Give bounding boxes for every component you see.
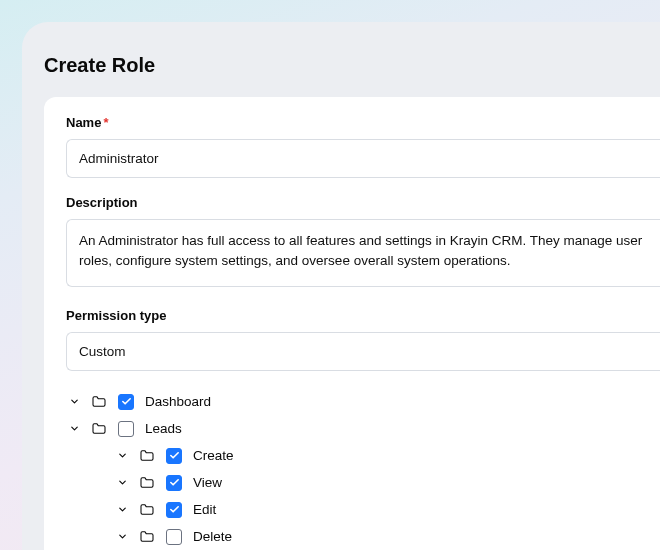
permission-checkbox[interactable] [166, 448, 182, 464]
chevron-down-icon[interactable] [116, 504, 128, 516]
permission-select-wrap [66, 332, 660, 371]
page-shell: Create Role Name* Description An Adminis… [22, 22, 660, 550]
tree-item-label: Delete [193, 529, 232, 544]
folder-icon [139, 529, 155, 545]
tree-item-label: Dashboard [145, 394, 211, 409]
folder-icon [139, 502, 155, 518]
chevron-down-icon[interactable] [68, 396, 80, 408]
name-field-group: Name* [66, 115, 660, 178]
description-field-group: Description An Administrator has full ac… [66, 195, 660, 291]
tree-item-label: Create [193, 448, 234, 463]
tree-row: View [66, 469, 660, 496]
permission-select[interactable] [66, 332, 660, 371]
tree-item-label: Leads [145, 421, 182, 436]
folder-icon [91, 394, 107, 410]
tree-row: Delete [66, 523, 660, 550]
form-card: Name* Description An Administrator has f… [44, 97, 660, 550]
description-textarea[interactable]: An Administrator has full access to all … [66, 219, 660, 287]
folder-icon [91, 421, 107, 437]
tree-row: Leads [66, 415, 660, 442]
permission-checkbox[interactable] [118, 421, 134, 437]
folder-icon [139, 448, 155, 464]
chevron-down-icon[interactable] [116, 531, 128, 543]
permission-checkbox[interactable] [166, 475, 182, 491]
permission-checkbox[interactable] [166, 502, 182, 518]
tree-item-label: View [193, 475, 222, 490]
chevron-down-icon[interactable] [68, 423, 80, 435]
chevron-down-icon[interactable] [116, 450, 128, 462]
permission-label: Permission type [66, 308, 660, 323]
folder-icon [139, 475, 155, 491]
description-label: Description [66, 195, 660, 210]
name-label: Name* [66, 115, 660, 130]
permission-checkbox[interactable] [118, 394, 134, 410]
required-marker: * [103, 115, 108, 130]
permission-checkbox[interactable] [166, 529, 182, 545]
tree-item-label: Edit [193, 502, 216, 517]
tree-row: Edit [66, 496, 660, 523]
name-input[interactable] [66, 139, 660, 178]
tree-row: Create [66, 442, 660, 469]
name-label-text: Name [66, 115, 101, 130]
chevron-down-icon[interactable] [116, 477, 128, 489]
permission-field-group: Permission type [66, 308, 660, 371]
tree-row: Dashboard [66, 388, 660, 415]
permission-tree: DashboardLeadsCreateViewEditDeleteQuotes [66, 388, 660, 550]
page-title: Create Role [44, 54, 660, 77]
